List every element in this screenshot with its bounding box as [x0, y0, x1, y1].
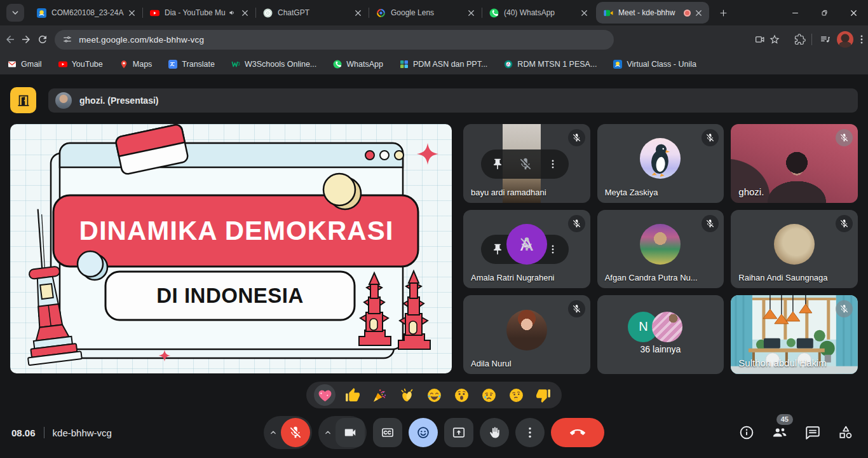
tab-close-button[interactable] — [353, 8, 363, 18]
close-window-button[interactable] — [839, 0, 868, 25]
participant-tile-ghozi[interactable]: ghozi. — [731, 124, 858, 203]
reaction-thumbs-down[interactable] — [532, 384, 554, 406]
tab-close-button[interactable] — [693, 8, 704, 18]
bookmark-w3schools[interactable]: W3Schools Online... — [231, 60, 316, 69]
bookmark-translate[interactable]: Translate — [168, 60, 215, 69]
reaction-clapping-hands[interactable] — [396, 384, 417, 406]
tab-youtube[interactable]: Dia - YouTube Mu — [142, 0, 255, 25]
reactions-toggle-button[interactable] — [409, 418, 438, 447]
close-icon — [466, 8, 476, 18]
site-info-icon[interactable] — [62, 34, 72, 45]
meeting-room-button[interactable] — [10, 87, 36, 113]
restore-button[interactable] — [810, 0, 839, 25]
bookmark-gmail[interactable]: Gmail — [8, 60, 42, 69]
new-tab-button[interactable] — [714, 4, 732, 22]
camera-toggle-button[interactable] — [336, 418, 365, 447]
participant-name: Afgan Candra Putra Nu... — [605, 273, 698, 282]
bookmark-maps[interactable]: Maps — [119, 60, 153, 69]
browser-window: COM620108_23-24A: Dia - YouTube Mu ChatG… — [0, 0, 868, 458]
chat-icon — [804, 424, 821, 441]
more-options-button[interactable] — [515, 418, 545, 447]
reaction-crying[interactable] — [478, 384, 499, 406]
bookmark-label: WhatsApp — [346, 60, 383, 69]
tab-close-button[interactable] — [466, 8, 477, 18]
reaction-sparkling-heart[interactable] — [314, 384, 336, 406]
activities-button[interactable] — [837, 424, 854, 441]
tab-chatgpt[interactable]: ChatGPT — [255, 0, 369, 25]
tab-camera-indicator[interactable] — [754, 30, 766, 49]
tab-meet-active[interactable]: Meet - kde-bhhw — [596, 2, 709, 24]
address-bar[interactable]: meet.google.com/kde-bhhw-vcg — [55, 30, 614, 50]
back-button[interactable] — [4, 30, 16, 49]
tears-of-joy-icon — [426, 387, 442, 403]
meeting-code: kde-bhhw-vcg — [53, 427, 112, 438]
kebab-menu-icon — [523, 426, 537, 440]
tab-close-button[interactable] — [126, 8, 137, 18]
pin-button[interactable] — [491, 243, 504, 256]
puzzle-icon — [794, 34, 806, 45]
participant-tile-raihan[interactable]: Raihan Andi Saungnaga — [731, 210, 858, 289]
reaction-thinking[interactable] — [505, 384, 527, 406]
tab-close-button[interactable] — [579, 8, 590, 18]
bookmark-pdm[interactable]: PDM ASN dan PPT... — [400, 60, 487, 69]
hand-icon — [487, 426, 501, 440]
participant-tile-amala[interactable]: A Amala Ratri Nugraheni — [463, 210, 590, 289]
participant-count-badge: 45 — [776, 414, 793, 425]
meet-app: ghozi. (Presentasi) — [0, 74, 868, 458]
people-panel-button[interactable]: 45 — [771, 424, 788, 441]
participant-name: ghozi. — [738, 186, 764, 197]
presentation-slide[interactable]: DINAMIKA DEMOKRASI DI INDONESIA — [10, 124, 452, 373]
captions-icon — [381, 426, 395, 440]
participant-tile-sulthon[interactable]: Sulthon abdul Hakim — [731, 295, 858, 374]
browser-menu-button[interactable] — [856, 30, 868, 49]
reaction-party-popper[interactable] — [369, 384, 390, 406]
media-controls-button[interactable] — [819, 30, 831, 49]
close-icon — [353, 8, 363, 18]
camera-options-button[interactable] — [320, 425, 336, 440]
url-text[interactable]: meet.google.com/kde-bhhw-vcg — [79, 35, 204, 45]
tab-audio-icon[interactable] — [228, 8, 237, 17]
tile-more-button[interactable] — [547, 158, 559, 170]
mic-toggle-button[interactable] — [281, 418, 310, 447]
tab-whatsapp[interactable]: (40) WhatsApp — [482, 0, 595, 25]
participant-name: Meyta Zaskiya — [605, 188, 658, 197]
forward-button[interactable] — [20, 30, 32, 49]
participant-tile-adila[interactable]: Adila Nurul — [463, 295, 590, 374]
tab-search-button[interactable] — [6, 4, 24, 22]
minimize-button[interactable] — [780, 0, 810, 25]
bookmark-whatsapp[interactable]: WhatsApp — [333, 60, 383, 69]
participant-tile-afgan[interactable]: Afgan Candra Putra Nu... — [597, 210, 724, 289]
bookmark-star-button[interactable] — [769, 30, 781, 49]
back-icon — [4, 34, 16, 45]
close-icon — [240, 8, 250, 18]
pin-button[interactable] — [491, 158, 504, 170]
leave-call-button[interactable] — [551, 418, 604, 447]
bookmark-rdm[interactable]: RDM MTSN 1 PESA... — [504, 60, 597, 69]
captions-button[interactable] — [373, 418, 402, 447]
reaction-astonished[interactable] — [451, 384, 472, 406]
mic-options-button[interactable] — [266, 425, 281, 440]
reaction-thumbs-up[interactable] — [341, 384, 363, 406]
profile-avatar[interactable] — [837, 31, 853, 48]
tab-google-lens[interactable]: Google Lens — [369, 0, 482, 25]
participant-tile-bayu[interactable]: bayu ardi ramadhani — [463, 124, 590, 203]
reload-button[interactable] — [36, 30, 48, 49]
bookmark-youtube[interactable]: YouTube — [58, 60, 103, 69]
reaction-tears-of-joy[interactable] — [423, 384, 445, 406]
tab-close-button[interactable] — [240, 8, 250, 18]
tab-title: COM620108_23-24A: — [51, 8, 124, 17]
participant-tile-meyta[interactable]: Meyta Zaskiya — [597, 124, 724, 203]
presenter-pill[interactable]: ghozi. (Presentasi) — [48, 88, 858, 113]
bookmark-virtual-class[interactable]: Virtual Class - Unila — [613, 60, 696, 69]
tile-more-button[interactable] — [547, 244, 559, 255]
tab-elearning[interactable]: COM620108_23-24A: — [29, 0, 142, 25]
raise-hand-button[interactable] — [480, 418, 509, 447]
chat-panel-button[interactable] — [804, 424, 821, 441]
meeting-details-button[interactable] — [738, 424, 755, 441]
tab-title: (40) WhatsApp — [504, 8, 576, 17]
participant-tile-overflow[interactable]: N 36 lainnya — [597, 295, 724, 374]
mic-off-icon — [288, 426, 302, 440]
bookmark-label: Virtual Class - Unila — [627, 60, 696, 69]
present-screen-button[interactable] — [444, 418, 473, 447]
extensions-button[interactable] — [794, 30, 806, 49]
